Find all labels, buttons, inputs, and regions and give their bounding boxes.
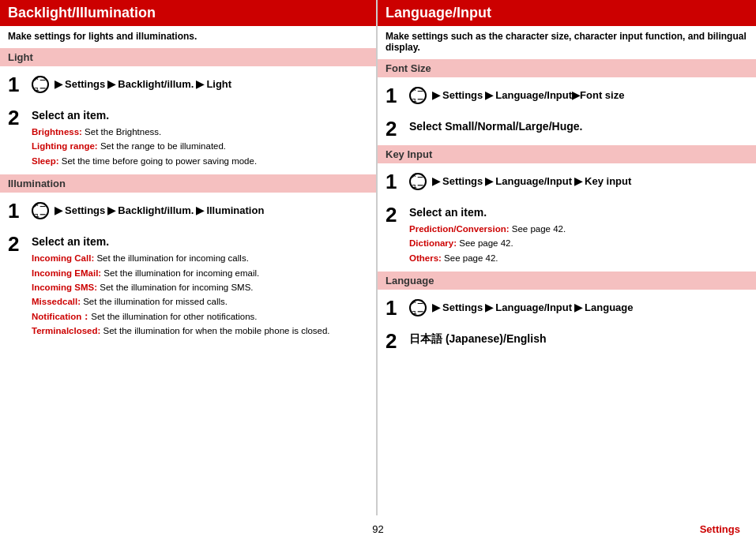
step-number: 1: [8, 74, 25, 95]
item-label: Incoming Call:: [32, 253, 94, 263]
illumination-step-2: 2 Select an item. Incoming Call: Set the…: [0, 227, 376, 344]
font-size-section-header: Font Size: [378, 59, 756, 77]
page-number: 92: [372, 523, 383, 535]
nav-path: メニュー ▶ Settings ▶ Backlight/illum. ▶ Ill…: [32, 202, 368, 219]
step-number: 2: [386, 118, 403, 139]
illumination-step-1: 1 メニュー ▶ Settings ▶ Backlight/illum. ▶ I…: [0, 194, 376, 227]
nav-item: Settings: [442, 300, 483, 316]
key-input-step-2: 2 Select an item. Prediction/Conversion:…: [378, 198, 756, 272]
nav-path: メニュー ▶ Settings ▶ Language/Input▶Font si…: [409, 87, 748, 104]
item-label: Prediction/Conversion:: [409, 224, 510, 234]
font-size-step-2: 2 Select Small/Normal/Large/Huge.: [378, 112, 756, 145]
nav-path: メニュー ▶ Settings ▶ Backlight/illum. ▶ Lig…: [32, 76, 368, 93]
step-content: Select an item. Incoming Call: Set the i…: [32, 234, 368, 338]
nav-item: Language/Input: [495, 300, 572, 316]
arrow: ▶: [485, 300, 493, 316]
step-number: 1: [386, 171, 403, 192]
arrow: ▶: [432, 174, 440, 190]
step-detail: Incoming Call: Set the illumination for …: [32, 251, 368, 338]
step-title: Select an item.: [32, 109, 368, 122]
menu-icon: メニュー: [409, 87, 427, 104]
arrow: ▶: [107, 203, 115, 219]
menu-icon: メニュー: [409, 173, 427, 190]
font-size-step-1: 1 メニュー ▶ Settings ▶ Language/Input▶Font …: [378, 79, 756, 112]
item-label: Incoming EMail:: [32, 268, 101, 278]
item-label: Brightness:: [32, 127, 82, 137]
arrow: ▶: [432, 300, 440, 316]
right-column: Language/Input Make settings such as the…: [378, 0, 756, 515]
step-number: 2: [8, 107, 25, 128]
right-main-header: Language/Input: [378, 0, 756, 26]
left-main-header: Backlight/Illumination: [0, 0, 376, 26]
step-content: Select an item. Prediction/Conversion: S…: [409, 204, 748, 265]
page-wrapper: Backlight/Illumination Make settings for…: [0, 0, 756, 543]
left-column: Backlight/Illumination Make settings for…: [0, 0, 378, 515]
step-content: メニュー ▶ Settings ▶ Language/Input ▶ Langu…: [409, 298, 748, 316]
footer: 92 Settings: [0, 515, 756, 543]
step-title: Select an item.: [409, 206, 748, 219]
step-number: 1: [386, 85, 403, 106]
item-label: Lighting range:: [32, 141, 98, 151]
nav-item: Language/Input: [495, 88, 572, 104]
step-content: Select an item. Brightness: Set the Brig…: [32, 107, 368, 168]
nav-item: Key input: [585, 174, 631, 190]
nav-item: Font size: [580, 88, 624, 104]
arrow: ▶: [485, 88, 493, 104]
nav-item: Language/Input: [495, 174, 572, 190]
menu-icon: メニュー: [32, 202, 49, 219]
step-title: 日本語 (Japanese)/English: [409, 332, 748, 346]
language-step-2: 2 日本語 (Japanese)/English: [378, 324, 756, 358]
item-label: Sleep:: [32, 156, 59, 166]
menu-icon: メニュー: [32, 76, 49, 93]
nav-path: メニュー ▶ Settings ▶ Language/Input ▶ Key i…: [409, 173, 748, 190]
menu-icon: メニュー: [409, 299, 427, 316]
nav-item: Settings: [65, 77, 105, 93]
key-input-step-1: 1 メニュー ▶ Settings ▶ Language/Input ▶ Key…: [378, 165, 756, 198]
step-detail: Brightness: Set the Brightness. Lighting…: [32, 125, 368, 168]
step-number: 2: [386, 204, 403, 225]
step-number: 2: [8, 234, 25, 254]
step-content: Select Small/Normal/Large/Huge.: [409, 118, 748, 136]
arrow: ▶: [196, 203, 204, 219]
nav-arrow-inline: ▶: [572, 88, 580, 104]
key-input-section-header: Key Input: [378, 145, 756, 163]
arrow: ▶: [432, 88, 440, 104]
step-content: メニュー ▶ Settings ▶ Language/Input▶Font si…: [409, 85, 748, 104]
step-number: 1: [8, 200, 25, 221]
nav-item: Backlight/illum.: [118, 77, 194, 93]
nav-item: Settings: [442, 174, 483, 190]
item-label: Notification：: [32, 312, 91, 321]
item-label: Terminalclosed:: [32, 326, 100, 335]
nav-item: Backlight/illum.: [118, 203, 194, 219]
illumination-section-header: Illumination: [0, 174, 376, 193]
content-area: Backlight/Illumination Make settings for…: [0, 0, 756, 515]
arrow: ▶: [55, 77, 62, 93]
step-detail: Prediction/Conversion: See page 42. Dict…: [409, 222, 748, 265]
arrow: ▶: [574, 300, 582, 316]
settings-label: Settings: [700, 523, 740, 535]
arrow: ▶: [485, 174, 493, 190]
step-content: メニュー ▶ Settings ▶ Language/Input ▶ Key i…: [409, 171, 748, 190]
nav-item: Light: [206, 77, 231, 93]
item-label: Incoming SMS:: [32, 283, 97, 292]
arrow: ▶: [196, 77, 204, 93]
light-step-1: 1 メニュー ▶ Settings ▶ Backlight/illum. ▶ L…: [0, 68, 376, 101]
arrow: ▶: [55, 203, 62, 219]
step-content: メニュー ▶ Settings ▶ Backlight/illum. ▶ Lig…: [32, 74, 368, 93]
language-section-header: Language: [378, 272, 756, 290]
step-number: 1: [386, 298, 403, 318]
nav-item: Settings: [442, 88, 483, 104]
arrow: ▶: [574, 174, 582, 190]
right-sub-desc: Make settings such as the character size…: [378, 26, 756, 59]
step-number: 2: [386, 331, 403, 351]
light-section-header: Light: [0, 48, 376, 66]
nav-item: Illumination: [206, 203, 264, 219]
nav-path: メニュー ▶ Settings ▶ Language/Input ▶ Langu…: [409, 299, 748, 316]
light-step-2: 2 Select an item. Brightness: Set the Br…: [0, 101, 376, 174]
step-title: Select an item.: [32, 235, 368, 248]
step-content: 日本語 (Japanese)/English: [409, 331, 748, 350]
nav-item: Settings: [65, 203, 105, 219]
nav-item: Language: [585, 300, 633, 316]
arrow: ▶: [107, 77, 115, 93]
left-sub-desc: Make settings for lights and illuminatio…: [0, 26, 376, 48]
